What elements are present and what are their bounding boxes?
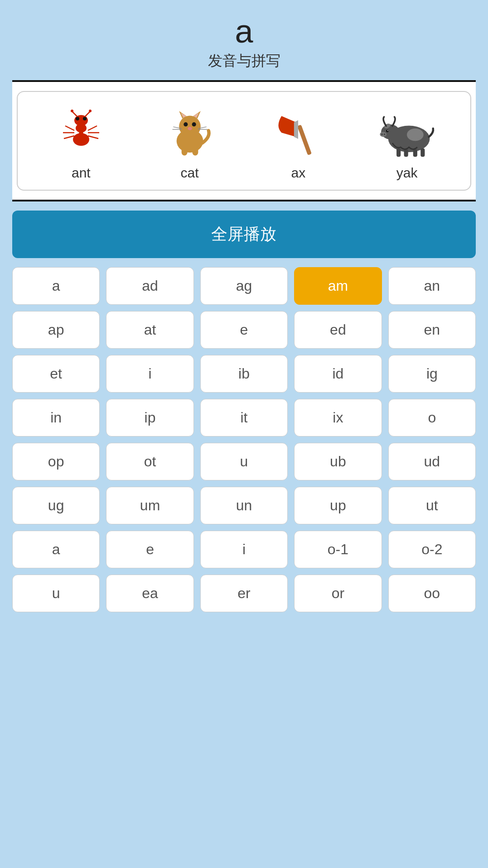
grid-btn-e-7[interactable]: e: [200, 311, 288, 349]
svg-point-7: [71, 110, 73, 112]
svg-rect-30: [192, 147, 198, 155]
grid-btn-in-15[interactable]: in: [12, 399, 100, 436]
grid-btn-oo-39[interactable]: oo: [388, 575, 476, 612]
svg-point-37: [380, 132, 387, 137]
grid-btn-ib-12[interactable]: ib: [200, 355, 288, 393]
grid-btn-ad-1[interactable]: ad: [106, 267, 193, 305]
svg-point-8: [89, 110, 92, 112]
header-letter: a: [9, 14, 479, 49]
image-item-yak: yak: [373, 106, 441, 181]
ax-image: [264, 106, 332, 160]
grid-btn-an-4[interactable]: an: [388, 267, 476, 305]
image-item-ax: ax: [264, 106, 332, 181]
grid-btn-er-37[interactable]: er: [200, 575, 288, 612]
grid-btn-or-38[interactable]: or: [294, 575, 382, 612]
svg-point-4: [83, 117, 87, 120]
svg-line-11: [64, 136, 74, 139]
grid-btn-it-17[interactable]: it: [200, 399, 288, 436]
grid-btn-ud-24[interactable]: ud: [388, 443, 476, 480]
phonics-grid: aadagamanapateedenetiibidiginipitixoopot…: [12, 267, 476, 626]
grid-btn-i-11[interactable]: i: [106, 355, 193, 393]
svg-rect-43: [420, 149, 425, 157]
grid-btn-et-10[interactable]: et: [12, 355, 100, 393]
image-item-cat: cat: [156, 106, 224, 181]
fullscreen-button[interactable]: 全屏播放: [12, 211, 476, 258]
grid-btn-i-32[interactable]: i: [200, 531, 288, 568]
ax-label: ax: [291, 165, 306, 181]
svg-point-33: [381, 125, 399, 139]
svg-line-5: [72, 111, 77, 117]
grid-btn-e-31[interactable]: e: [106, 531, 193, 568]
grid-btn-ot-21[interactable]: ot: [106, 443, 193, 480]
grid-btn-ap-5[interactable]: ap: [12, 311, 100, 349]
ant-image: [47, 106, 115, 160]
yak-icon: [375, 108, 439, 158]
image-item-ant: ant: [47, 106, 115, 181]
ant-icon: [49, 108, 113, 158]
grid-btn-ix-18[interactable]: ix: [294, 399, 382, 436]
grid-btn-ub-23[interactable]: ub: [294, 443, 382, 480]
grid-btn-u-35[interactable]: u: [12, 575, 100, 612]
svg-point-35: [386, 130, 389, 133]
grid-btn-id-13[interactable]: id: [294, 355, 382, 393]
svg-rect-31: [297, 125, 312, 155]
cat-image: [156, 106, 224, 160]
grid-btn-a-30[interactable]: a: [12, 531, 100, 568]
ant-label: ant: [72, 165, 91, 181]
grid-btn-un-27[interactable]: un: [200, 487, 288, 524]
grid-btn-en-9[interactable]: en: [388, 311, 476, 349]
page-header: a 发音与拼写: [0, 0, 488, 76]
svg-point-38: [381, 134, 383, 135]
svg-point-24: [188, 127, 192, 130]
svg-point-23: [192, 122, 196, 126]
svg-line-6: [85, 111, 90, 117]
svg-point-44: [407, 129, 424, 141]
grid-btn-o-19[interactable]: o: [388, 399, 476, 436]
svg-point-2: [74, 115, 88, 126]
image-card: ant: [17, 91, 471, 191]
svg-line-12: [88, 126, 97, 130]
svg-line-9: [65, 126, 74, 130]
grid-btn-am-3[interactable]: am: [294, 267, 382, 305]
svg-point-22: [184, 122, 188, 126]
svg-rect-40: [396, 149, 401, 157]
grid-btn-o_1-33[interactable]: o-1: [294, 531, 382, 568]
svg-rect-41: [404, 149, 408, 157]
yak-image: [373, 106, 441, 160]
grid-btn-ag-2[interactable]: ag: [200, 267, 288, 305]
svg-point-17: [179, 116, 201, 138]
svg-point-3: [76, 117, 79, 120]
grid-btn-at-6[interactable]: at: [106, 311, 193, 349]
grid-btn-ut-29[interactable]: ut: [388, 487, 476, 524]
svg-point-15: [79, 131, 83, 136]
svg-line-14: [88, 136, 98, 139]
svg-point-36: [387, 130, 388, 131]
svg-rect-29: [181, 147, 187, 155]
svg-point-39: [384, 134, 386, 135]
cat-icon: [158, 108, 222, 158]
grid-btn-o_2-34[interactable]: o-2: [388, 531, 476, 568]
grid-btn-ug-25[interactable]: ug: [12, 487, 100, 524]
yak-label: yak: [396, 165, 418, 181]
grid-btn-u-22[interactable]: u: [200, 443, 288, 480]
grid-btn-ea-36[interactable]: ea: [106, 575, 193, 612]
grid-btn-ed-8[interactable]: ed: [294, 311, 382, 349]
image-card-wrapper: ant: [12, 80, 476, 201]
grid-btn-um-26[interactable]: um: [106, 487, 193, 524]
svg-rect-42: [413, 149, 417, 157]
grid-btn-ip-16[interactable]: ip: [106, 399, 193, 436]
grid-btn-up-28[interactable]: up: [294, 487, 382, 524]
cat-label: cat: [181, 165, 199, 181]
grid-btn-ig-14[interactable]: ig: [388, 355, 476, 393]
grid-btn-a-0[interactable]: a: [12, 267, 100, 305]
grid-btn-op-20[interactable]: op: [12, 443, 100, 480]
header-subtitle: 发音与拼写: [9, 51, 479, 71]
ax-icon: [266, 108, 330, 158]
